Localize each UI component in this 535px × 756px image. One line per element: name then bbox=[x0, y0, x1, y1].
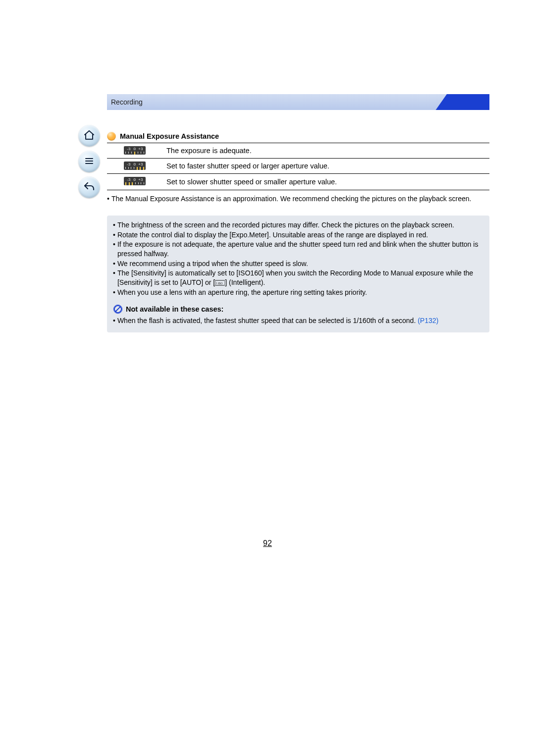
note-item: •We recommend using a tripod when the sh… bbox=[113, 259, 483, 269]
exposure-meter-icon: -30+3 bbox=[124, 162, 146, 170]
intelligent-iso-icon: iISO bbox=[215, 280, 225, 286]
exposure-meter-icon: -30+3 bbox=[124, 177, 146, 185]
note-item: •When you use a lens with an aperture ri… bbox=[113, 288, 483, 297]
note-item: • The Manual Exposure Assistance is an a… bbox=[107, 194, 489, 204]
exposure-meter-icon: -30+3 bbox=[124, 146, 146, 155]
table-cell: Set to slower shutter speed or smaller a… bbox=[162, 174, 489, 190]
table-row: -30+3 Set to faster shutter speed or lar… bbox=[107, 159, 489, 174]
breadcrumb: Recording bbox=[111, 98, 143, 106]
page-link[interactable]: (P132) bbox=[418, 317, 438, 324]
bullet-icon bbox=[107, 132, 116, 141]
svg-line-7 bbox=[115, 307, 120, 312]
table-row: -30+3 The exposure is adequate. bbox=[107, 143, 489, 159]
section-heading: Manual Exposure Assistance bbox=[107, 132, 489, 143]
page-number: 92 bbox=[0, 539, 535, 548]
prohibited-icon bbox=[113, 304, 123, 314]
table-cell: The exposure is adequate. bbox=[162, 143, 489, 159]
note-item: •The brightness of the screen and the re… bbox=[113, 220, 483, 230]
not-available-title: Not available in these cases: bbox=[126, 304, 223, 314]
table-row: -30+3 Set to slower shutter speed or sma… bbox=[107, 174, 489, 190]
exposure-table: -30+3 The exposure is adequate. -30+3 Se… bbox=[107, 143, 489, 190]
not-available-heading: Not available in these cases: bbox=[113, 304, 483, 314]
note-item: •Rotate the control dial to display the … bbox=[113, 230, 483, 240]
svg-text:i: i bbox=[216, 281, 216, 285]
section-header: Recording bbox=[107, 94, 489, 110]
note-item: •If the exposure is not adequate, the ap… bbox=[113, 240, 483, 259]
section-title: Manual Exposure Assistance bbox=[120, 132, 219, 140]
note-item: • The [Sensitivity] is automatically set… bbox=[113, 269, 483, 288]
svg-text:ISO: ISO bbox=[218, 282, 223, 285]
note-item: • When the flash is activated, the faste… bbox=[113, 316, 483, 325]
table-cell: Set to faster shutter speed or larger ap… bbox=[162, 159, 489, 174]
notes-box: •The brightness of the screen and the re… bbox=[107, 216, 489, 332]
